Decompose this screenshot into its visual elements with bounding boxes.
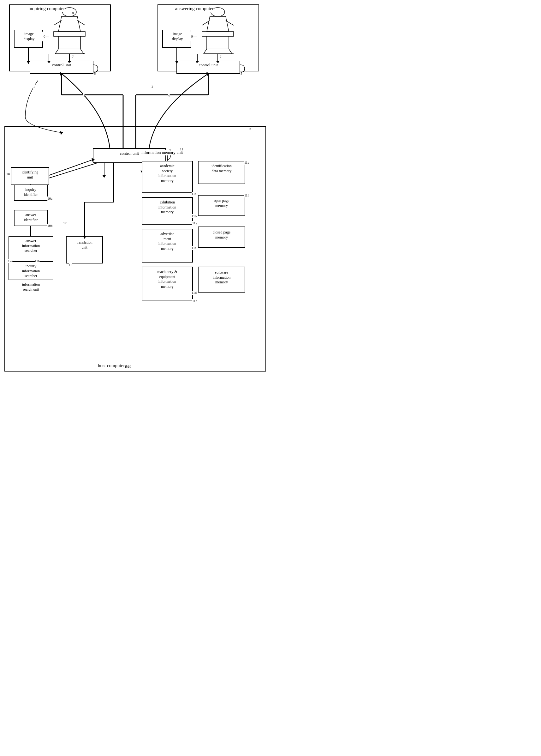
- inquiring-computer-label: inquiring computer: [28, 6, 65, 12]
- svg-line-11: [55, 49, 58, 54]
- translation-unit-label: translationunit: [67, 240, 102, 250]
- control-unit-left-label: control unit: [31, 63, 93, 68]
- svg-line-85: [49, 160, 93, 175]
- label-13: 13: [69, 263, 72, 267]
- svg-marker-15: [207, 16, 229, 32]
- info-search-unit-label: informationsearch unit: [9, 282, 52, 292]
- exhibition-info-label: exhibitioninformationmemory: [143, 200, 192, 215]
- label-11b: 11b: [192, 214, 197, 218]
- svg-marker-52: [134, 158, 138, 161]
- svg-line-8: [74, 32, 77, 39]
- label-5a: 5: [94, 71, 96, 76]
- machinery-equipment-label: machinery &equipmentinformationmemory: [143, 269, 192, 289]
- svg-marker-53: [60, 72, 63, 76]
- svg-line-6: [77, 21, 85, 25]
- answer-identifier-label: answeridentifier: [15, 213, 47, 222]
- label-6b: 6: [191, 34, 193, 39]
- identifying-unit-label: identifyingunit: [12, 170, 48, 180]
- label-10: 10: [6, 172, 10, 176]
- label-8a: 8: [72, 11, 74, 15]
- image-display-right-label: imagedisplay: [164, 32, 191, 41]
- svg-line-16: [202, 21, 210, 25]
- diagram: inquiring computer answering computer im…: [0, 0, 270, 378]
- inquiry-identifier-label: inquiryidentifier: [15, 187, 47, 197]
- svg-line-7: [62, 32, 65, 39]
- control-unit-right-label: control unit: [177, 63, 239, 68]
- label-5b: 5: [241, 71, 243, 76]
- label-11a: 11a: [192, 192, 196, 196]
- svg-line-5: [54, 21, 62, 25]
- academic-society-label: academicsocietyinformationmemory: [143, 164, 192, 183]
- svg-line-17: [226, 21, 234, 25]
- label-10b: 10b: [47, 224, 53, 228]
- host-computer-text: host computer: [98, 363, 125, 369]
- label-11f: 11f: [244, 193, 249, 197]
- svg-line-18: [210, 32, 213, 39]
- label-11d: 11d: [192, 291, 197, 295]
- svg-marker-72: [83, 236, 86, 239]
- label-12a: 12a: [8, 259, 13, 263]
- label-11: 11: [180, 147, 183, 151]
- label-11h: 11h: [192, 299, 197, 303]
- label-11c: 11c: [192, 246, 196, 250]
- label-4a: 4: [83, 94, 85, 98]
- closed-page-label: closed pagememory: [199, 230, 244, 240]
- svg-marker-57: [103, 175, 106, 178]
- identification-data-label: identificationdata memory: [199, 164, 244, 173]
- svg-marker-87: [60, 131, 63, 135]
- label-7b: 7: [220, 55, 222, 59]
- label-11g: 11g: [192, 221, 197, 225]
- label-7a: 7: [72, 55, 74, 59]
- label-8b: 8: [220, 11, 222, 15]
- svg-marker-48: [121, 158, 125, 161]
- label-1: 1: [33, 85, 35, 89]
- label-10a: 10a: [47, 197, 52, 201]
- label-12: 12: [63, 221, 67, 225]
- svg-marker-4: [58, 16, 81, 32]
- svg-marker-86: [92, 158, 95, 162]
- label-9: 9: [169, 148, 171, 152]
- svg-rect-20: [202, 32, 234, 36]
- svg-rect-9: [54, 32, 85, 36]
- label-6a: 6: [44, 34, 45, 39]
- svg-line-12: [81, 49, 84, 54]
- label-11e: 11e: [244, 160, 249, 165]
- software-info-label: softwareinformationmemory: [199, 270, 244, 285]
- svg-line-23: [229, 49, 232, 54]
- answer-info-searcher-label: answerinformationsearcher: [9, 239, 52, 253]
- svg-line-19: [223, 32, 226, 39]
- open-page-label: open pagememory: [199, 198, 244, 208]
- svg-line-22: [204, 49, 207, 54]
- svg-marker-54: [207, 72, 210, 76]
- svg-rect-21: [207, 36, 229, 49]
- svg-rect-10: [58, 36, 81, 49]
- label-2: 2: [152, 85, 153, 89]
- label-4b: 4: [168, 94, 170, 98]
- label-3: 3: [250, 127, 251, 131]
- info-memory-unit-label: information memory unit: [141, 150, 183, 155]
- answering-computer-label: answering computer: [175, 6, 214, 12]
- image-display-left-label: imagedisplay: [15, 32, 43, 41]
- inquiry-info-searcher-label: inquiryinformationsearcher: [9, 264, 52, 279]
- label-12b: 12b: [35, 259, 40, 263]
- advertisement-info-label: advertisementinformationmemory: [143, 232, 192, 251]
- svg-line-58: [43, 163, 98, 180]
- svg-marker-36: [27, 61, 30, 64]
